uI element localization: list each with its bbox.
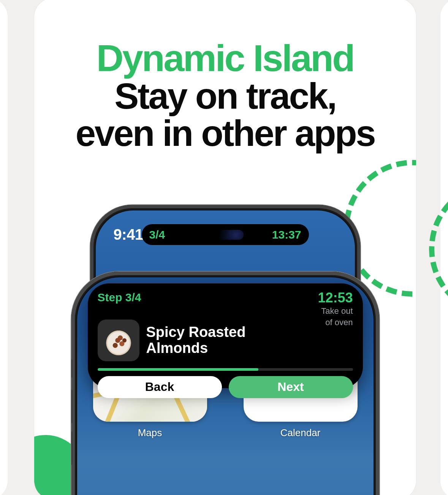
- step-progress-bar: [98, 368, 353, 371]
- dynamic-island-compact[interactable]: 3/4 13:37: [142, 224, 309, 245]
- adjacent-card-right: [440, 0, 448, 495]
- island-timer: 13:37: [272, 228, 301, 241]
- sensor-housing-icon: [213, 230, 244, 240]
- phone-volume-up-icon: [71, 389, 72, 424]
- back-button-label: Back: [145, 380, 174, 394]
- recipe-title: Spicy Roasted Almonds: [146, 324, 246, 356]
- next-button[interactable]: Next: [229, 376, 353, 398]
- headline: Dynamic Island Stay on track, even in ot…: [34, 39, 416, 152]
- phone-volume-down-icon: [71, 431, 72, 465]
- headline-accent: Dynamic Island: [34, 39, 416, 77]
- calendar-widget-label: Calendar: [244, 427, 358, 439]
- island-timer-caption-2: of oven: [318, 318, 353, 327]
- island-timer-caption-1: Take out: [318, 306, 353, 316]
- recipe-thumbnail-almonds-icon: [98, 319, 139, 361]
- headline-line-3: even in other apps: [34, 115, 416, 152]
- island-timer-block: 12:53 Take out of oven: [318, 291, 353, 328]
- island-step-indicator: 3/4: [149, 228, 165, 241]
- recipe-title-line-1: Spicy Roasted: [146, 324, 246, 340]
- phone-mockup-front: Cupertino Maps No events today Calendar …: [71, 272, 379, 495]
- step-progress-fill: [98, 368, 258, 371]
- status-clock: 9:41: [114, 226, 143, 243]
- island-timer-value: 12:53: [318, 291, 353, 305]
- back-button[interactable]: Back: [98, 376, 222, 398]
- phone-side-button-icon: [71, 359, 72, 378]
- app-store-screenshot: Dynamic Island Stay on track, even in ot…: [0, 0, 448, 495]
- maps-widget-label: Maps: [93, 427, 207, 439]
- dynamic-island-expanded[interactable]: Step 3/4 12:53 Take out of oven Spicy Ro…: [88, 283, 363, 388]
- adjacent-card-left: [0, 0, 8, 495]
- promo-card: Dynamic Island Stay on track, even in ot…: [34, 0, 416, 495]
- island-step-label: Step 3/4: [98, 291, 141, 304]
- headline-line-2: Stay on track,: [34, 77, 416, 115]
- next-button-label: Next: [277, 380, 304, 394]
- decorative-dashed-circle-right: [429, 180, 448, 317]
- recipe-title-line-2: Almonds: [146, 340, 208, 356]
- phone-front-screen: Cupertino Maps No events today Calendar …: [77, 277, 374, 495]
